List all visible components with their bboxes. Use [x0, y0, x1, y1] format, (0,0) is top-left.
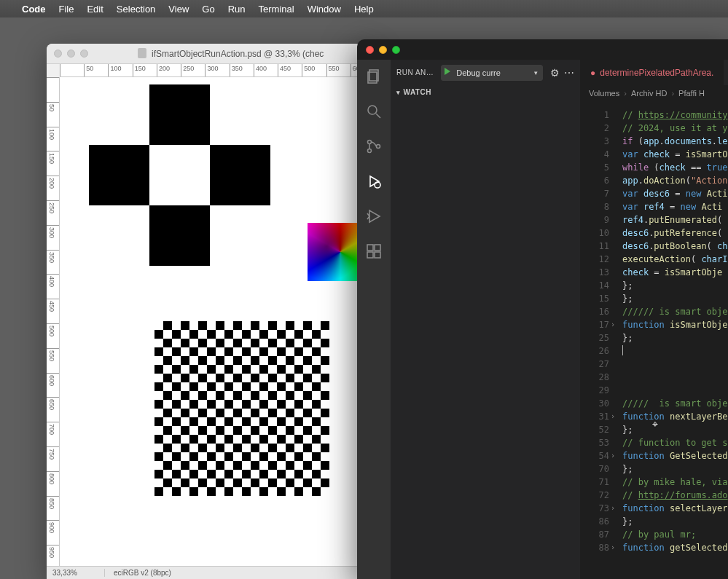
more-icon[interactable]: ⋯ [564, 67, 574, 79]
editor-tab[interactable]: ● determinePixelatedPathArea. [580, 60, 724, 85]
svg-point-5 [368, 149, 372, 153]
photoshop-statusbar: 33,33% eciRGB v2 (8bpc) [47, 566, 375, 579]
search-icon[interactable] [364, 102, 383, 121]
svg-point-4 [368, 141, 372, 144]
menu-selection[interactable]: Selection [117, 4, 155, 15]
minimize-icon[interactable] [379, 46, 387, 54]
editor-tabs: ● determinePixelatedPathArea. [580, 60, 728, 85]
menu-view[interactable]: View [168, 4, 189, 15]
photoshop-canvas[interactable] [60, 77, 375, 566]
vscode-window: RUN AN… Debug curre ▾ ⚙ ⋯ ▾ WATCH ● dete… [357, 39, 728, 579]
photoshop-window: ifSmartObjectRunAction.psd @ 33,3% (chec… [47, 44, 375, 579]
modified-indicator-icon: ● [590, 68, 595, 78]
activity-bar [357, 60, 391, 579]
debug-alt-icon[interactable] [364, 207, 383, 226]
code-area[interactable]: 1234567891011121314151617›25262728293031… [580, 101, 728, 579]
svg-marker-9 [369, 210, 380, 222]
debug-config-selector[interactable]: Debug curre ▾ [441, 65, 543, 81]
menu-terminal[interactable]: Terminal [259, 4, 294, 15]
svg-line-3 [376, 114, 380, 118]
menu-go[interactable]: Go [202, 4, 214, 15]
menu-run[interactable]: Run [228, 4, 246, 15]
color-profile[interactable]: eciRGB v2 (8bpc) [105, 569, 171, 577]
svg-rect-10 [367, 245, 373, 251]
line-gutter[interactable]: 1234567891011121314151617›25262728293031… [580, 101, 617, 579]
debug-sidebar: RUN AN… Debug curre ▾ ⚙ ⋯ ▾ WATCH [391, 60, 580, 579]
zoom-icon[interactable] [392, 46, 400, 54]
cross-shape-layer [89, 84, 271, 267]
extensions-icon[interactable] [364, 242, 383, 261]
run-debug-icon[interactable] [364, 172, 383, 191]
close-icon[interactable] [54, 50, 62, 58]
svg-point-6 [377, 145, 380, 149]
zoom-icon[interactable] [80, 50, 88, 58]
zoom-level[interactable]: 33,33% [47, 569, 105, 577]
tab-filename: determinePixelatedPathArea. [600, 68, 713, 78]
breadcrumb[interactable]: Volumes› Archiv HD› Pfaffi H [580, 85, 728, 101]
source-control-icon[interactable] [364, 137, 383, 156]
run-and-debug-label: RUN AN… [396, 68, 434, 76]
photoshop-titlebar: ifSmartObjectRunAction.psd @ 33,3% (chec [47, 44, 375, 64]
menu-edit[interactable]: Edit [87, 4, 103, 15]
file-icon [138, 48, 146, 58]
svg-point-2 [368, 106, 377, 114]
menu-file[interactable]: File [59, 4, 74, 15]
minimize-icon[interactable] [67, 50, 75, 58]
chevron-down-icon: ▾ [396, 89, 401, 96]
start-debug-icon[interactable] [445, 68, 450, 75]
vscode-titlebar [357, 39, 728, 60]
checker-layer [154, 321, 329, 496]
app-name[interactable]: Code [22, 4, 46, 15]
svg-rect-12 [367, 252, 373, 258]
gear-icon[interactable]: ⚙ [550, 67, 560, 79]
files-icon[interactable] [364, 67, 383, 86]
editor: ● determinePixelatedPathArea. Volumes› A… [580, 60, 728, 579]
chevron-down-icon[interactable]: ▾ [534, 69, 538, 76]
ruler-vertical[interactable]: 5010015020025030035040045050055060065070… [47, 77, 60, 566]
svg-rect-13 [375, 252, 380, 258]
close-icon[interactable] [366, 46, 374, 54]
svg-rect-11 [375, 245, 380, 251]
code-text[interactable]: // https://community// 2024, use it at y… [617, 101, 728, 579]
watch-section[interactable]: ▾ WATCH [391, 85, 580, 99]
menu-window[interactable]: Window [308, 4, 341, 15]
document-title: ifSmartObjectRunAction.psd @ 33,3% (chec [94, 48, 367, 59]
svg-point-8 [375, 182, 380, 188]
ruler-horizontal[interactable]: 50100150200250300350400450500550600 [60, 64, 375, 77]
menu-help[interactable]: Help [354, 4, 374, 15]
macos-menubar: Code File Edit Selection View Go Run Ter… [0, 0, 728, 17]
